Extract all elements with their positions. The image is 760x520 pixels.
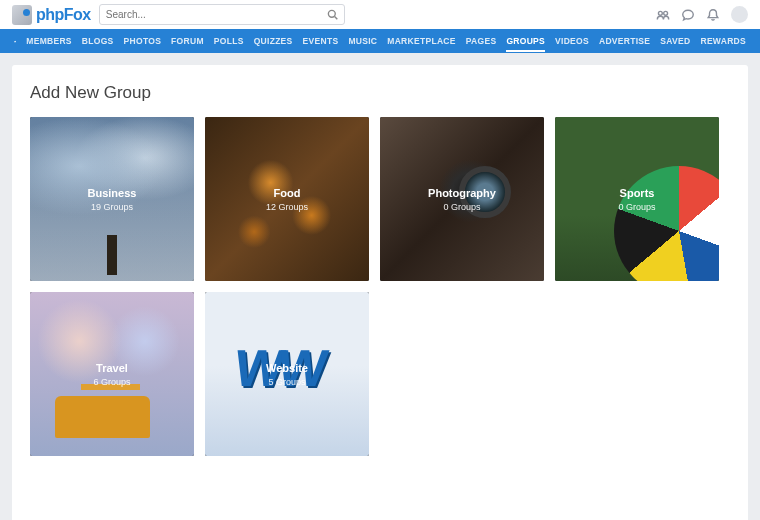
nav-photos[interactable]: PHOTOS [124,36,162,46]
category-count: 12 Groups [266,202,308,212]
messages-icon[interactable] [681,8,695,22]
nav-members[interactable]: MEMBERS [26,36,72,46]
category-count: 6 Groups [93,377,130,387]
nav-events[interactable]: EVENTS [303,36,339,46]
category-count: 19 Groups [91,202,133,212]
nav-quizzes[interactable]: QUIZZES [254,36,293,46]
category-card[interactable]: Photography0 Groups [380,117,544,281]
nav-advertise[interactable]: ADVERTISE [599,36,650,46]
svg-line-1 [334,17,337,20]
category-card[interactable]: Sports0 Groups [555,117,719,281]
nav-videos[interactable]: VIDEOS [555,36,589,46]
brand-name: phpFox [36,6,91,24]
main-nav: MEMBERS BLOGS PHOTOS FORUM POLLS QUIZZES… [0,29,760,53]
content-panel: Add New Group Business19 GroupsFood12 Gr… [12,65,748,520]
category-card[interactable]: Business19 Groups [30,117,194,281]
nav-rewards[interactable]: REWARDS [700,36,746,46]
category-count: 0 Groups [618,202,655,212]
top-header: phpFox [0,0,760,29]
nav-pages[interactable]: PAGES [466,36,497,46]
category-overlay: Photography0 Groups [380,117,544,281]
friends-icon[interactable] [656,8,670,22]
category-overlay: Website5 Groups [205,292,369,456]
category-name: Business [88,187,137,199]
category-count: 5 Groups [268,377,305,387]
category-name: Website [266,362,308,374]
category-overlay: Sports0 Groups [555,117,719,281]
search-box[interactable] [99,4,345,25]
logo-icon [12,5,32,25]
category-overlay: Travel6 Groups [30,292,194,456]
nav-groups[interactable]: GROUPS [506,36,545,46]
brand-logo[interactable]: phpFox [12,5,91,25]
search-icon [327,9,338,20]
svg-point-2 [658,11,662,15]
svg-point-3 [664,11,668,15]
page-body: Add New Group Business19 GroupsFood12 Gr… [0,53,760,520]
category-name: Sports [620,187,655,199]
search-input[interactable] [106,9,327,20]
page-title: Add New Group [30,83,730,103]
category-grid: Business19 GroupsFood12 GroupsPhotograph… [30,117,730,456]
category-name: Travel [96,362,128,374]
category-name: Food [274,187,301,199]
category-card[interactable]: Website5 Groups [205,292,369,456]
nav-polls[interactable]: POLLS [214,36,244,46]
category-name: Photography [428,187,496,199]
nav-music[interactable]: MUSIC [348,36,377,46]
home-icon[interactable] [14,36,16,47]
notifications-icon[interactable] [706,8,720,22]
category-card[interactable]: Food12 Groups [205,117,369,281]
nav-blogs[interactable]: BLOGS [82,36,114,46]
header-actions [656,6,748,23]
nav-saved[interactable]: SAVED [660,36,690,46]
nav-forum[interactable]: FORUM [171,36,204,46]
category-overlay: Food12 Groups [205,117,369,281]
nav-marketplace[interactable]: MARKETPLACE [387,36,455,46]
avatar[interactable] [731,6,748,23]
category-count: 0 Groups [443,202,480,212]
svg-point-0 [328,10,335,17]
category-card[interactable]: Travel6 Groups [30,292,194,456]
category-overlay: Business19 Groups [30,117,194,281]
